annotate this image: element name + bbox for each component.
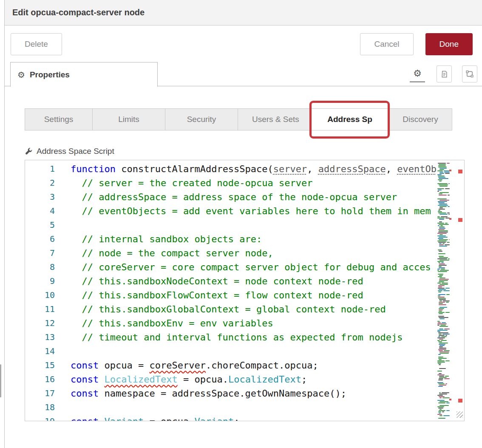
minimap-line — [439, 192, 449, 193]
code-line[interactable]: 1function constructAlarmAddressSpace(ser… — [25, 162, 464, 176]
tab-label: Users & Sets — [252, 115, 299, 124]
minimap-line — [443, 301, 450, 301]
minimap-line — [438, 322, 441, 323]
minimap-line — [439, 413, 441, 414]
minimap-line — [444, 170, 450, 171]
minimap-line — [438, 211, 442, 212]
code-line[interactable]: 6 // internal sandbox objects are: — [25, 232, 464, 246]
code-line[interactable]: 15const opcua = coreServer.choreCompact.… — [25, 358, 464, 372]
appearance-icon — [466, 70, 473, 78]
minimap-line — [439, 301, 442, 301]
minimap-line — [439, 256, 444, 257]
edit-form-button[interactable]: ⚙ — [410, 65, 425, 82]
line-number: 10 — [25, 288, 55, 302]
tab-label: Security — [187, 115, 216, 124]
tab-properties[interactable]: ⚙ Properties — [10, 62, 158, 87]
minimap-line — [445, 383, 447, 384]
minimap[interactable] — [436, 160, 451, 421]
overview-ruler[interactable] — [451, 160, 464, 421]
code-line[interactable]: 3 // addressSpace = address space of the… — [25, 190, 464, 204]
code-line[interactable]: 7 // node = the compact server node, — [25, 246, 464, 260]
done-button[interactable]: Done — [425, 33, 473, 55]
code-line[interactable]: 12 // this.sandboxEnv = env variables — [25, 316, 464, 330]
code-line[interactable]: 4 // eventObjects = add event variables … — [25, 204, 464, 218]
minimap-line — [439, 335, 445, 336]
line-number: 2 — [25, 176, 55, 190]
code-line[interactable]: 8 // coreServer = core compact server ob… — [25, 260, 464, 274]
minimap-line — [439, 267, 445, 268]
minimap-line — [438, 229, 445, 230]
minimap-line — [439, 275, 443, 276]
tab-users-sets[interactable]: Users & Sets — [238, 108, 311, 130]
error-marker[interactable] — [458, 218, 462, 222]
line-number: 18 — [25, 400, 55, 414]
minimap-line — [439, 237, 448, 238]
code-line[interactable]: 16const LocalizedText = opcua.LocalizedT… — [25, 372, 464, 386]
code-line[interactable]: 17const namespace = addressSpace.getOwnN… — [25, 386, 464, 400]
code-line[interactable]: 13 // timeout and interval functions as … — [25, 330, 464, 344]
gear-icon: ⚙ — [17, 70, 25, 80]
minimap-line — [438, 253, 445, 254]
minimap-line — [438, 190, 442, 190]
line-number: 6 — [25, 232, 55, 246]
line-number: 14 — [25, 344, 55, 358]
description-button[interactable] — [437, 65, 452, 82]
minimap-line — [439, 214, 448, 215]
tab-limits[interactable]: Limits — [93, 108, 165, 130]
code-text: // server = the created node-opcua serve… — [71, 178, 313, 188]
code-line[interactable]: 18 — [25, 400, 464, 414]
code-text: const opcua = coreServer.choreCompact.op… — [71, 360, 318, 371]
tab-address-space[interactable]: Address Sp — [311, 108, 389, 130]
error-marker[interactable] — [458, 399, 462, 403]
minimap-line — [437, 382, 443, 383]
minimap-line — [444, 329, 450, 329]
minimap-line — [438, 380, 443, 380]
minimap-line — [439, 257, 448, 258]
error-marker[interactable] — [458, 170, 462, 173]
code-line[interactable]: 2 // server = the created node-opcua ser… — [25, 176, 464, 190]
minimap-line — [437, 258, 447, 259]
code-line[interactable]: 5 — [25, 218, 464, 232]
wrench-icon — [25, 147, 33, 156]
minimap-line — [439, 178, 448, 179]
minimap-line — [437, 269, 440, 269]
code-text: // this.sandboxNodeContext = node contex… — [71, 276, 363, 286]
delete-button[interactable]: Delete — [11, 33, 62, 55]
minimap-line — [446, 410, 450, 411]
tab-discovery[interactable]: Discovery — [389, 108, 452, 130]
appearance-button[interactable] — [462, 65, 477, 82]
minimap-line — [438, 290, 442, 291]
minimap-line — [437, 406, 444, 407]
minimap-line — [439, 307, 447, 308]
tab-security[interactable]: Security — [165, 108, 238, 130]
minimap-line — [438, 262, 440, 263]
code-line[interactable]: 9 // this.sandboxNodeContext = node cont… — [25, 274, 464, 288]
minimap-line — [439, 278, 445, 278]
cancel-button[interactable]: Cancel — [360, 33, 413, 55]
minimap-line — [439, 280, 448, 281]
minimap-line — [448, 195, 450, 196]
line-number: 17 — [25, 386, 55, 400]
code-line[interactable]: 14 — [25, 344, 464, 358]
minimap-line — [442, 392, 449, 393]
code-text: // this.sandboxFlowContext = flow contex… — [71, 290, 363, 301]
minimap-line — [439, 260, 449, 261]
minimap-line — [439, 350, 443, 351]
code-line[interactable]: 19const Variant = opcua.Variant; — [25, 414, 464, 421]
minimap-line — [441, 216, 448, 217]
minimap-line — [438, 177, 445, 178]
code-line[interactable]: 10 // this.sandboxFlowContext = flow con… — [25, 288, 464, 302]
minimap-line — [437, 235, 446, 236]
minimap-line — [439, 266, 442, 267]
resize-grip[interactable] — [456, 411, 463, 418]
code-editor[interactable]: 1function constructAlarmAddressSpace(ser… — [25, 160, 465, 421]
page-scrollbar[interactable] — [0, 364, 1, 397]
node-tab-bar: SettingsLimitsSecurityUsers & SetsAddres… — [25, 108, 482, 130]
code-line[interactable]: 11 // this.sandboxGlobalContext = global… — [25, 302, 464, 316]
minimap-line — [445, 360, 450, 361]
minimap-line — [438, 363, 441, 364]
minimap-line — [439, 207, 443, 208]
minimap-line — [437, 325, 439, 326]
tab-settings[interactable]: Settings — [25, 108, 93, 130]
minimap-line — [437, 395, 443, 396]
